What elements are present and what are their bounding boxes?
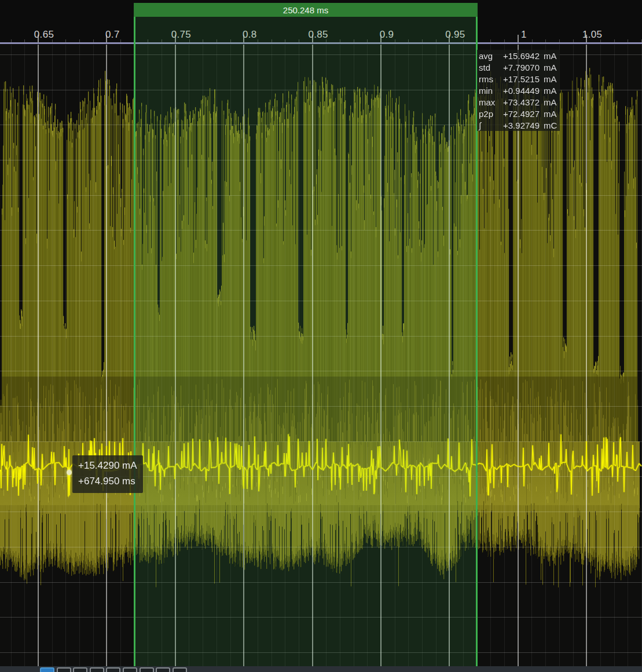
stat-value: +73.4372: [500, 97, 540, 107]
stat-value: +72.4927: [500, 109, 540, 119]
stat-value: +15.6942: [500, 51, 540, 61]
stat-value: +17.5215: [500, 74, 540, 84]
stat-unit: mA: [540, 109, 558, 119]
stat-label: ∫: [479, 120, 500, 130]
toolbar-button-slot-1[interactable]: [40, 667, 54, 672]
toolbar-button-slot-8[interactable]: [156, 667, 170, 672]
stat-row-rms: rms+17.5215mA: [477, 73, 560, 85]
selection-duration-label: 250.248 ms: [283, 5, 328, 15]
toolbar-button-slot-5[interactable]: [106, 667, 120, 672]
stat-row-avg: avg+15.6942mA: [477, 50, 560, 61]
toolbar-button-slot-9[interactable]: [173, 667, 187, 672]
statistics-panel: avg+15.6942mAstd+7.79070mArms+17.5215mAm…: [477, 50, 560, 131]
stat-label: std: [479, 63, 500, 72]
stat-unit: mC: [540, 120, 558, 130]
stat-unit: mA: [540, 51, 558, 61]
stat-unit: mA: [540, 97, 558, 107]
cursor-marker[interactable]: [67, 470, 72, 475]
toolbar-button-slot-7[interactable]: [140, 667, 154, 672]
stat-label: min: [479, 86, 500, 96]
toolbar-button-slot-4[interactable]: [90, 667, 104, 672]
stat-row-integral: ∫+3.92749mC: [477, 119, 560, 131]
stat-unit: mA: [540, 86, 558, 96]
selection-region[interactable]: [134, 17, 477, 666]
toolbar-button-slot-2[interactable]: [57, 667, 71, 672]
stat-value: +0.94449: [500, 86, 540, 96]
stat-label: p2p: [479, 109, 500, 119]
stat-label: max: [479, 97, 500, 107]
stat-label: rms: [479, 74, 500, 84]
time-axis-label: 0.7: [105, 29, 120, 41]
toolbar-button-slot-6[interactable]: [123, 667, 137, 672]
time-axis-label: 1: [521, 29, 527, 41]
cursor-tooltip: +15.4290 mA +674.950 ms: [72, 455, 143, 493]
bottom-toolbar: [0, 666, 642, 672]
selection-duration-bar[interactable]: 250.248 ms: [134, 3, 478, 17]
stat-row-max: max+73.4372mA: [477, 96, 560, 108]
stat-row-std: std+7.79070mA: [477, 61, 560, 73]
time-axis-label: 1.05: [582, 29, 602, 41]
stat-unit: mA: [540, 63, 558, 72]
stat-label: avg: [479, 51, 500, 61]
selection-left-handle[interactable]: [134, 17, 135, 666]
cursor-time: +674.950 ms: [78, 473, 137, 489]
cursor-value: +15.4290 mA: [78, 458, 137, 473]
stat-row-min: min+0.94449mA: [477, 85, 560, 96]
waveform-widget: 0.650.70.750.80.850.90.9511.05 250.248 m…: [0, 0, 642, 672]
toolbar-button-slot-3[interactable]: [73, 667, 87, 672]
stat-value: +7.79070: [500, 63, 540, 72]
stat-unit: mA: [540, 74, 558, 84]
time-axis-label: 0.65: [34, 29, 54, 41]
stat-value: +3.92749: [500, 120, 540, 130]
stat-row-p2p: p2p+72.4927mA: [477, 108, 560, 119]
